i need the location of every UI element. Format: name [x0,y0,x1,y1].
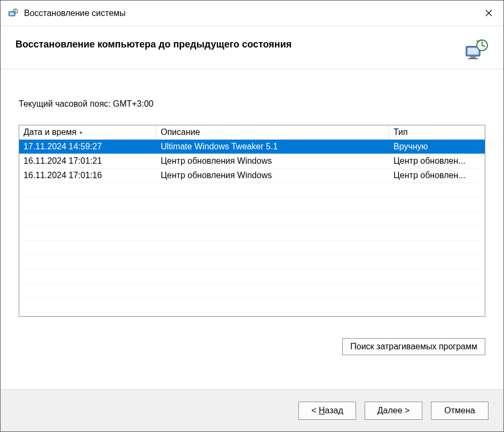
column-label: Дата и время [23,127,76,137]
cell-description: Ultimate Windows Tweaker 5.1 [156,141,389,153]
page-heading: Восстановление компьютера до предыдущего… [15,39,292,50]
column-header-description[interactable]: Описание [156,125,389,139]
table-row[interactable]: 16.11.2024 17:01:16Центр обновления Wind… [19,169,485,183]
wizard-footer: < Назад Далее > Отмена [1,389,503,431]
svg-rect-1 [10,12,14,15]
table-row-empty [19,197,485,212]
system-restore-window: Восстановление системы Восстановление ко… [0,0,504,432]
table-row[interactable]: 17.11.2024 14:59:27Ultimate Windows Twea… [19,140,485,154]
column-header-datetime[interactable]: Дата и время ▾ [19,125,156,139]
sort-descending-icon: ▾ [80,130,82,135]
table-row-empty [19,212,485,226]
cell-description: Центр обновления Windows [156,170,389,181]
titlebar: Восстановление системы [1,1,503,26]
svg-rect-5 [470,56,476,58]
column-label: Тип [393,127,408,137]
close-button[interactable] [474,1,503,26]
table-header: Дата и время ▾ Описание Тип [19,125,485,140]
cell-datetime: 16.11.2024 17:01:21 [19,155,156,167]
cancel-button[interactable]: Отмена [431,402,489,420]
column-label: Описание [161,127,200,137]
table-body: 17.11.2024 14:59:27Ultimate Windows Twea… [19,140,485,313]
table-row-empty [19,284,485,298]
window-title: Восстановление системы [24,9,474,18]
table-row-empty [19,226,485,241]
scan-affected-programs-button[interactable]: Поиск затрагиваемых программ [342,338,485,355]
cell-type: Центр обновлен... [389,155,485,167]
back-button[interactable]: < Назад [298,402,356,420]
cell-type: Вручную [389,141,485,153]
svg-rect-4 [468,48,478,54]
restore-icon [463,39,489,61]
table-row-empty [19,298,485,313]
svg-rect-6 [468,58,478,59]
cell-description: Центр обновления Windows [156,155,389,167]
cell-datetime: 16.11.2024 17:01:16 [19,170,156,181]
next-button[interactable]: Далее > [365,402,422,420]
action-row: Поиск затрагиваемых программ [19,338,485,355]
wizard-header: Восстановление компьютера до предыдущего… [1,26,503,69]
table-row[interactable]: 16.11.2024 17:01:21Центр обновления Wind… [19,154,485,169]
table-row-empty [19,241,485,255]
wizard-content: Текущий часовой пояс: GMT+3:00 Дата и вр… [1,69,503,389]
column-header-type[interactable]: Тип [389,125,485,139]
cell-type: Центр обновлен... [389,170,485,181]
cell-datetime: 17.11.2024 14:59:27 [19,141,156,153]
table-row-empty [19,269,485,284]
app-icon [7,7,19,19]
timezone-label: Текущий часовой пояс: GMT+3:00 [19,99,485,109]
table-row-empty [19,255,485,269]
restore-points-table[interactable]: Дата и время ▾ Описание Тип 17.11.2024 1… [19,125,485,317]
table-row-empty [19,183,485,197]
